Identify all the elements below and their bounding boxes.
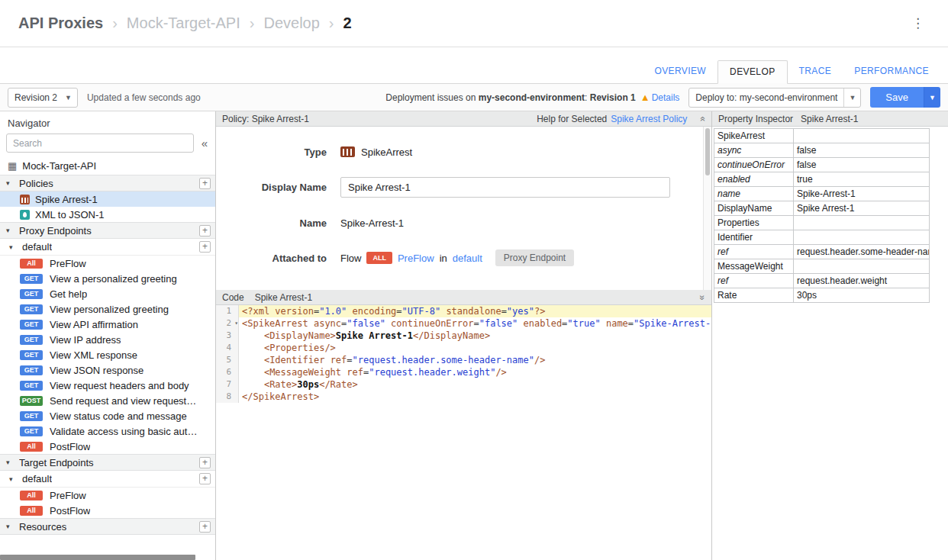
breadcrumb-item-api-proxies[interactable]: API Proxies — [18, 14, 103, 32]
code-line-text: <Properties/> — [239, 342, 711, 354]
property-inspector-subtitle: Spike Arrest-1 — [801, 114, 858, 124]
nav-flow-view-xml-response[interactable]: GETView XML response — [0, 347, 215, 362]
property-value[interactable]: false — [794, 158, 930, 172]
policy-panel-scrollbar[interactable] — [703, 127, 711, 290]
property-row-ref: refrequest.header.weight — [714, 274, 930, 288]
deploy-to-select[interactable]: Deploy to: my-second-environment ▼ — [688, 88, 861, 108]
preflow-link[interactable]: PreFlow — [398, 253, 434, 264]
property-value[interactable]: false — [794, 143, 930, 158]
property-row-spikearrest: SpikeArrest — [714, 129, 930, 143]
nav-item-label: Proxy Endpoints — [19, 225, 92, 237]
save-dropdown-button[interactable]: ▼ — [924, 87, 940, 108]
line-number: 8 — [216, 391, 239, 403]
nav-flow-view-json-response[interactable]: GETView JSON response — [0, 362, 215, 378]
proxy-endpoint-chip[interactable]: Proxy Endpoint — [495, 249, 574, 266]
add-button[interactable]: + — [199, 241, 211, 253]
nav-section-target-endpoints[interactable]: ▾Target Endpoints+ — [0, 454, 215, 471]
deployment-revision: Revision 1 — [590, 92, 636, 103]
nav-flow-view-personalized-greeting[interactable]: GETView personalized greeting — [0, 301, 215, 317]
details-link[interactable]: Details — [652, 92, 680, 103]
breadcrumb-item-mock-target-api[interactable]: Mock-Target-API — [127, 14, 240, 32]
property-value[interactable]: request.header.some-header-name — [794, 245, 930, 259]
nav-flow-view-status-code-and-message[interactable]: GETView status code and message — [0, 408, 215, 423]
nav-flow-validate-access-using-basic-aut[interactable]: GETValidate access using basic aut… — [0, 423, 215, 439]
property-value[interactable] — [794, 259, 930, 274]
nav-item-label: View API affirmation — [50, 319, 138, 330]
property-label: enabled — [714, 172, 794, 187]
nav-flow-get-help[interactable]: GETGet help — [0, 286, 215, 301]
nav-flow-postflow[interactable]: AllPostFlow — [0, 439, 215, 454]
nav-policy-spike-arrest-1[interactable]: Spike Arrest-1 — [0, 191, 215, 207]
nav-flow-view-request-headers-and-body[interactable]: GETView request headers and body — [0, 378, 215, 393]
add-button[interactable]: + — [199, 473, 211, 484]
method-badge: All — [20, 491, 43, 500]
nav-flow-view-api-affirmation[interactable]: GETView API affirmation — [0, 317, 215, 332]
collapse-caret-icon: ▾ — [9, 475, 17, 483]
display-name-input[interactable] — [340, 177, 670, 198]
property-value[interactable]: Spike Arrest-1 — [794, 201, 930, 216]
search-input[interactable] — [6, 134, 194, 153]
nav-flow-send-request-and-view-request[interactable]: POSTSend request and view request… — [0, 393, 215, 408]
nav-flow-preflow[interactable]: AllPreFlow — [0, 256, 215, 271]
help-policy-link[interactable]: Spike Arrest Policy — [611, 114, 687, 124]
nav-api-mock-target-api[interactable]: ▦Mock-Target-API — [0, 157, 215, 175]
revision-select[interactable]: Revision 2 ▼ — [8, 88, 78, 108]
breadcrumb-item-develop[interactable]: Develop — [263, 14, 319, 32]
collapse-caret-icon: ▾ — [9, 243, 17, 251]
nav-subsection-default[interactable]: ▾default+ — [0, 239, 215, 256]
editor-column: Policy: Spike Arrest-1 Help for Selected… — [216, 111, 712, 560]
property-label: DisplayName — [714, 201, 794, 216]
deployment-issues-prefix: Deployment issues on — [385, 92, 478, 103]
property-row-continueonerror: continueOnErrorfalse — [714, 158, 930, 172]
horizontal-scrollbar-thumb[interactable] — [0, 555, 195, 560]
collapse-navigator-button[interactable]: « — [198, 137, 211, 150]
default-endpoint-link[interactable]: default — [453, 253, 482, 264]
nav-item-label: View JSON response — [50, 365, 143, 376]
fold-caret-icon[interactable]: ▾ — [234, 317, 238, 330]
property-value[interactable] — [794, 216, 930, 230]
tab-trace[interactable]: TRACE — [788, 60, 843, 83]
property-value[interactable] — [794, 129, 930, 143]
updated-text: Updated a few seconds ago — [87, 92, 201, 103]
scrollbar-thumb[interactable] — [705, 128, 710, 175]
tab-bar: OVERVIEWDEVELOPTRACEPERFORMANCE — [0, 47, 948, 84]
property-label: Rate — [714, 288, 794, 303]
line-number: 6 — [216, 366, 239, 378]
code-line-4: 4 <Properties/> — [216, 342, 711, 354]
property-value[interactable]: Spike-Arrest-1 — [794, 187, 930, 201]
code-editor[interactable]: 1<?xml version="1.0" encoding="UTF-8" st… — [216, 305, 711, 560]
kebab-menu-icon[interactable]: ⋮ — [907, 12, 930, 34]
collapse-caret-icon: ▾ — [6, 227, 14, 234]
property-value[interactable]: request.header.weight — [794, 274, 930, 288]
nav-section-policies[interactable]: ▾Policies+ — [0, 175, 215, 191]
nav-section-resources[interactable]: ▾Resources+ — [0, 518, 215, 535]
flow-label: Flow — [340, 253, 361, 264]
add-button[interactable]: + — [199, 225, 211, 237]
code-line-text: <MessageWeight ref="request.header.weigh… — [239, 366, 711, 378]
property-row-async: asyncfalse — [714, 143, 930, 158]
tabs: OVERVIEWDEVELOPTRACEPERFORMANCE — [643, 60, 940, 83]
nav-policy-xml-to-json-1[interactable]: XML to JSON-1 — [0, 207, 215, 222]
add-button[interactable]: + — [199, 521, 211, 533]
save-button[interactable]: Save — [870, 87, 924, 108]
add-button[interactable]: + — [199, 178, 211, 189]
nav-flow-preflow[interactable]: AllPreFlow — [0, 488, 215, 503]
property-value[interactable] — [794, 230, 930, 245]
collapse-policy-panel-icon[interactable]: » — [698, 116, 708, 121]
property-value[interactable]: true — [794, 172, 930, 187]
nav-flow-view-ip-address[interactable]: GETView IP address — [0, 332, 215, 347]
tab-performance[interactable]: PERFORMANCE — [843, 60, 940, 83]
add-button[interactable]: + — [199, 457, 211, 468]
method-badge: GET — [20, 365, 43, 375]
nav-flow-postflow[interactable]: AllPostFlow — [0, 503, 215, 518]
collapse-code-panel-icon[interactable]: » — [698, 294, 708, 300]
nav-section-proxy-endpoints[interactable]: ▾Proxy Endpoints+ — [0, 222, 215, 239]
code-line-6: 6 <MessageWeight ref="request.header.wei… — [216, 366, 711, 378]
nav-flow-view-a-personalized-greeting[interactable]: GETView a personalized greeting — [0, 271, 215, 286]
tab-overview[interactable]: OVERVIEW — [643, 60, 717, 83]
tab-develop[interactable]: DEVELOP — [717, 60, 788, 84]
nav-item-label: View status code and message — [50, 410, 187, 422]
nav-subsection-default[interactable]: ▾default+ — [0, 471, 215, 488]
property-value[interactable]: 30ps — [794, 288, 930, 303]
property-rows: SpikeArrestasyncfalsecontinueOnErrorfals… — [714, 129, 930, 303]
